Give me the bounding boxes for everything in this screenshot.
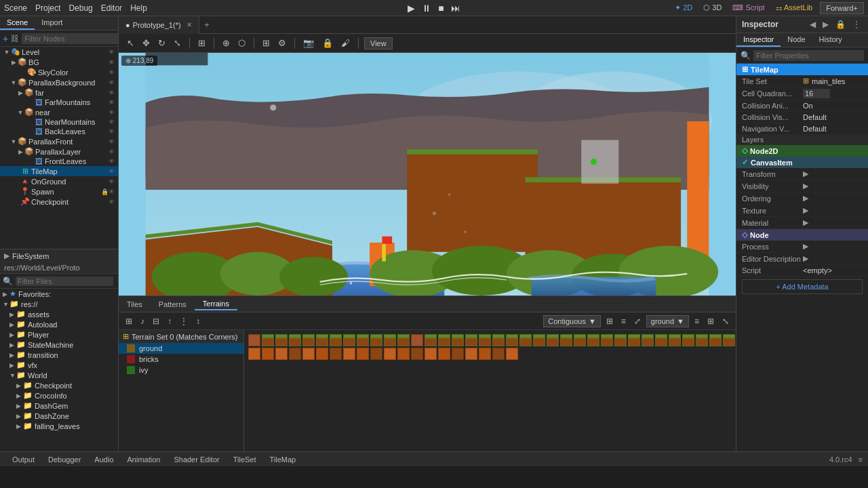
audio-tab[interactable]: Audio bbox=[87, 454, 120, 465]
spawn-visibility[interactable]: 👁 bbox=[108, 188, 117, 195]
inspector-back-btn[interactable]: ◀ bbox=[808, 19, 818, 30]
far-visibility[interactable]: 👁 bbox=[108, 89, 117, 96]
terrain-fullscreen-btn[interactable]: ⤢ bbox=[631, 315, 644, 327]
terrain-ground[interactable]: ground bbox=[119, 343, 243, 354]
fs-item-favorites[interactable]: ▶ ★ Favorites: bbox=[0, 289, 118, 299]
inspector-tab[interactable]: Inspector bbox=[736, 33, 781, 47]
local-btn[interactable]: ⬡ bbox=[235, 37, 248, 49]
close-tab-icon[interactable]: ✕ bbox=[186, 21, 192, 28]
terrain-tile[interactable] bbox=[289, 348, 301, 360]
terrain-tile[interactable] bbox=[370, 334, 382, 346]
scene-tab[interactable]: Scene bbox=[0, 16, 35, 30]
node-tab[interactable]: Node bbox=[781, 33, 812, 47]
skycolor-visibility[interactable]: 👁 bbox=[108, 69, 117, 76]
terrain-tile[interactable] bbox=[411, 334, 423, 346]
parallaxbg-visibility[interactable]: 👁 bbox=[108, 79, 117, 86]
fs-item-autoload[interactable]: ▶ 📁 Autoload bbox=[0, 319, 118, 329]
terrain-view-btn[interactable]: ⊞ bbox=[604, 315, 616, 327]
process-row[interactable]: Process ▶ bbox=[736, 241, 868, 253]
navigation-v-value[interactable]: Default bbox=[803, 125, 863, 133]
terrain-tile[interactable] bbox=[506, 334, 518, 346]
parallaxlayer-visibility[interactable]: 👁 bbox=[108, 148, 117, 155]
main-scene-tab[interactable]: ● Prototype_1(*) ✕ bbox=[119, 16, 199, 34]
tree-item-tilemap[interactable]: ⊞ TileMap 👁 bbox=[0, 166, 118, 176]
tree-item-onground[interactable]: 🔺 OnGround 👁 bbox=[0, 176, 118, 186]
terrain-tile[interactable] bbox=[316, 334, 328, 346]
terrain-tile[interactable] bbox=[438, 348, 450, 360]
fs-item-falling-leaves[interactable]: ▶ 📁 falling_leaves bbox=[0, 421, 118, 431]
terrain-up-btn[interactable]: ↑ bbox=[165, 315, 174, 327]
mode-2d-btn[interactable]: ✦ 2D bbox=[671, 2, 696, 14]
inspector-menu-btn[interactable]: ⋮ bbox=[850, 19, 863, 30]
terrain-tile[interactable] bbox=[642, 334, 654, 346]
menu-editor[interactable]: Editor bbox=[101, 3, 122, 13]
menu-project[interactable]: Project bbox=[35, 3, 60, 13]
nearmountains-visibility[interactable]: 👁 bbox=[108, 119, 117, 125]
terrain-tile[interactable] bbox=[248, 334, 260, 346]
frontleaves-visibility[interactable]: 👁 bbox=[108, 158, 117, 165]
snap-btn[interactable]: ⊞ bbox=[260, 37, 273, 49]
terrain-resize-btn[interactable]: ↕ bbox=[193, 315, 203, 327]
terrain-tile[interactable] bbox=[560, 334, 572, 346]
tilemap-visibility[interactable]: 👁 bbox=[108, 168, 117, 175]
tree-item-checkpoint[interactable]: 📌 Checkpoint 👁 bbox=[0, 197, 118, 207]
terrain-tile[interactable] bbox=[601, 334, 613, 346]
inspector-fwd-btn[interactable]: ▶ bbox=[821, 19, 831, 30]
terrain-tile[interactable] bbox=[248, 348, 260, 360]
editor-desc-row[interactable]: Editor Description ▶ bbox=[736, 253, 868, 265]
terrain-tile[interactable] bbox=[465, 334, 477, 346]
mode-assetlib-btn[interactable]: ⚏ AssetLib bbox=[772, 2, 816, 14]
terrain-tile[interactable] bbox=[330, 348, 342, 360]
near-visibility[interactable]: 👁 bbox=[108, 109, 117, 116]
bg-visibility[interactable]: 👁 bbox=[108, 59, 117, 66]
stop-button[interactable]: ■ bbox=[435, 1, 446, 15]
tree-item-bg[interactable]: ▶ 📦 BG 👁 bbox=[0, 57, 118, 67]
terrain-tile[interactable] bbox=[669, 334, 681, 346]
play-button[interactable]: ▶ bbox=[405, 1, 418, 15]
step-button[interactable]: ⏭ bbox=[448, 1, 463, 15]
terrain-tile[interactable] bbox=[411, 348, 423, 360]
filter-nodes-input[interactable] bbox=[22, 33, 119, 44]
inspector-filter-input[interactable] bbox=[753, 50, 864, 61]
collision-vis-value[interactable]: Default bbox=[803, 113, 863, 121]
tree-item-farmountains[interactable]: 🖼 FarMountains 👁 bbox=[0, 98, 118, 107]
terrain-tile[interactable] bbox=[465, 348, 477, 360]
menu-scene[interactable]: Scene bbox=[4, 3, 27, 13]
terrain-grid2-btn[interactable]: ⊞ bbox=[705, 315, 717, 327]
terrain-tile[interactable] bbox=[479, 334, 491, 346]
terrain-tile[interactable] bbox=[614, 334, 627, 346]
tilemap-tab[interactable]: TileMap bbox=[263, 454, 303, 465]
tree-item-spawn[interactable]: 📍 Spawn 🔒 👁 bbox=[0, 186, 118, 197]
terrain-tile[interactable] bbox=[397, 334, 410, 346]
terrain-tile[interactable] bbox=[316, 348, 328, 360]
debugger-tab[interactable]: Debugger bbox=[41, 454, 87, 465]
terrain-tile[interactable] bbox=[533, 334, 545, 346]
terrain-dots-btn[interactable]: ⋮ bbox=[177, 315, 191, 327]
backleaves-visibility[interactable]: 👁 bbox=[108, 128, 117, 135]
tree-item-nearmountains[interactable]: 🖼 NearMountains 👁 bbox=[0, 117, 118, 127]
fs-item-vfx[interactable]: ▶ 📁 vfx bbox=[0, 360, 118, 370]
fs-item-crocoinfo[interactable]: ▶ 📁 CrocoInfo bbox=[0, 390, 118, 401]
terrain-set-0-header[interactable]: ⊞ Terrain Set 0 (Matches Corners) bbox=[119, 330, 243, 343]
terrain-tile[interactable] bbox=[519, 334, 532, 346]
ordering-row[interactable]: Ordering ▶ bbox=[736, 192, 868, 205]
terrain-tile[interactable] bbox=[425, 334, 437, 346]
filesystem-header[interactable]: ▶ FileSystem bbox=[0, 249, 118, 262]
tree-item-parallaxlayer[interactable]: ▶ 📦 ParallaxLayer 👁 bbox=[0, 146, 118, 157]
mode-3d-btn[interactable]: ⬡ 3D bbox=[700, 2, 725, 14]
tileset-tab[interactable]: TileSet bbox=[226, 454, 263, 465]
terrain-tile[interactable] bbox=[343, 334, 355, 346]
terrain-bricks[interactable]: bricks bbox=[119, 354, 243, 365]
checkpoint-visibility[interactable]: 👁 bbox=[108, 199, 117, 205]
contiguous-dropdown[interactable]: Contiguous ▼ bbox=[543, 315, 601, 327]
transform-row[interactable]: Transform ▶ bbox=[736, 168, 868, 180]
terrain-tile[interactable] bbox=[275, 348, 288, 360]
tiles-tab[interactable]: Tiles bbox=[119, 299, 151, 310]
pivot-btn[interactable]: ⊕ bbox=[220, 37, 233, 49]
tree-item-frontleaves[interactable]: 🖼 FrontLeaves 👁 bbox=[0, 157, 118, 166]
terrain-tile[interactable] bbox=[628, 334, 640, 346]
terrain-tile[interactable] bbox=[492, 348, 505, 360]
terrain-tile[interactable] bbox=[330, 334, 342, 346]
status-icon[interactable]: ≡ bbox=[859, 455, 863, 464]
texture-row[interactable]: Texture ▶ bbox=[736, 205, 868, 217]
